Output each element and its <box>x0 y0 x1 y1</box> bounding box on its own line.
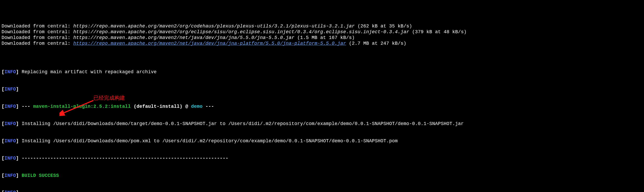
log-line: [INFO] ---------------------------------… <box>2 156 642 161</box>
log-line: [INFO] Replacing main artifact with repa… <box>2 69 642 75</box>
download-url-link[interactable]: https://repo.maven.apache.org/maven2/net… <box>73 41 346 46</box>
download-url: https://repo.maven.apache.org/maven2/net… <box>73 35 294 40</box>
log-line: [INFO] Installing /Users/didi/Downloads/… <box>2 121 642 127</box>
terminal-output[interactable]: Downloaded from central: https://repo.ma… <box>0 0 644 192</box>
log-line: Downloaded from central: https://repo.ma… <box>2 29 642 35</box>
log-line: Downloaded from central: https://repo.ma… <box>2 35 642 41</box>
log-line: [INFO] BUILD SUCCESS <box>2 173 642 179</box>
log-line: [INFO] <box>2 87 642 92</box>
log-line: Downloaded from central: https://repo.ma… <box>2 24 642 29</box>
log-line: [INFO] --- maven-install-plugin:2.5.2:in… <box>2 104 642 110</box>
download-url: https://repo.maven.apache.org/maven2/org… <box>73 24 355 29</box>
annotation-text: 已经完成构建 <box>93 95 125 101</box>
log-line: [INFO] ---------------------------------… <box>2 190 642 192</box>
log-line: Downloaded from central: https://repo.ma… <box>2 41 642 47</box>
log-line: [INFO] Installing /Users/didi/Downloads/… <box>2 138 642 144</box>
download-url: https://repo.maven.apache.org/maven2/org… <box>73 29 409 35</box>
